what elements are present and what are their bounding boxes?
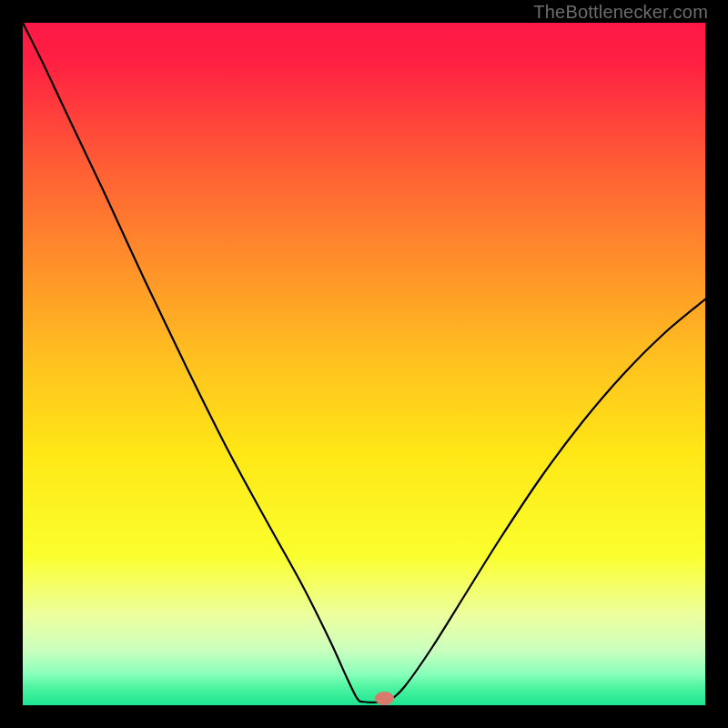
chart-background: [23, 23, 705, 705]
bottleneck-chart: [23, 23, 705, 705]
watermark-text: TheBottlenecker.com: [533, 2, 708, 23]
chart-container: TheBottlenecker.com: [0, 0, 728, 728]
minimum-marker: [375, 692, 394, 705]
